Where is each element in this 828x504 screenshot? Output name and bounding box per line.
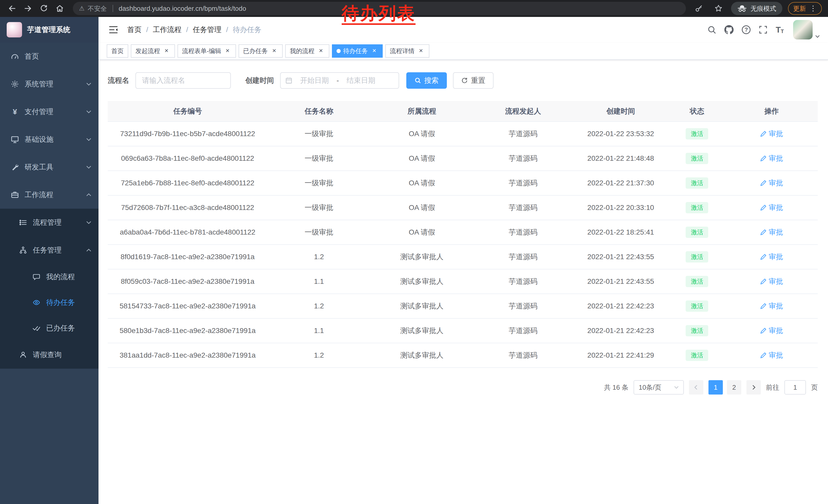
process-name-input[interactable]: [135, 72, 231, 89]
audit-link[interactable]: 审批: [760, 227, 783, 237]
cell-action: 审批: [726, 122, 818, 146]
audit-link[interactable]: 审批: [760, 351, 783, 360]
cell-initiator: 芋道源码: [473, 269, 573, 294]
col-task-name: 任务名称: [267, 101, 370, 122]
audit-link-label: 审批: [769, 178, 783, 188]
tab-close-icon[interactable]: ×: [271, 47, 278, 55]
tab-label: 发起流程: [135, 47, 160, 55]
audit-link[interactable]: 审批: [760, 153, 783, 163]
page-size-select[interactable]: 10条/页: [633, 380, 684, 395]
sidebar-item-process-mgmt[interactable]: 流程管理: [0, 209, 98, 236]
sidebar-item-leave-query[interactable]: 请假查询: [0, 341, 98, 369]
breadcrumb-item[interactable]: 任务管理: [193, 25, 233, 35]
audit-link[interactable]: 审批: [760, 301, 783, 311]
audit-link[interactable]: 审批: [760, 252, 783, 262]
start-date-input[interactable]: [294, 76, 334, 85]
table-row: 069c6a63-7b8a-11ec-8ef0-acde48001122一级审批…: [108, 146, 818, 171]
tab-item[interactable]: 我的流程×: [285, 44, 329, 58]
reset-button[interactable]: 重置: [453, 72, 494, 89]
breadcrumb-item[interactable]: 工作流程: [153, 25, 193, 35]
tab-item[interactable]: 首页: [107, 44, 128, 58]
sidebar-item-task-mgmt[interactable]: 任务管理: [0, 236, 98, 264]
cell-action: 审批: [726, 195, 818, 220]
search-button-label: 搜索: [424, 76, 439, 85]
audit-link[interactable]: 审批: [760, 277, 783, 286]
sidebar-item-todo-tasks[interactable]: 待办任务: [0, 290, 98, 315]
tab-item[interactable]: 待办任务×: [332, 44, 383, 58]
cell-process: 测试多审批人: [370, 318, 473, 343]
cell-initiator: 芋道源码: [473, 294, 573, 318]
audit-link[interactable]: 审批: [760, 129, 783, 139]
cell-created-time: 2022-01-21 22:42:23: [573, 294, 669, 318]
logo-avatar: [7, 22, 22, 37]
cell-action: 审批: [726, 269, 818, 294]
prev-page-button[interactable]: [689, 380, 703, 395]
tab-item[interactable]: 已办任务×: [239, 44, 283, 58]
star-icon[interactable]: [711, 2, 726, 15]
audit-link[interactable]: 审批: [760, 203, 783, 213]
goto-page-input[interactable]: [784, 380, 806, 395]
tab-item[interactable]: 流程表单-编辑×: [177, 44, 236, 58]
key-icon[interactable]: [692, 2, 706, 15]
audit-link[interactable]: 审批: [760, 178, 783, 188]
sidebar-item-my-process[interactable]: 我的流程: [0, 264, 98, 290]
tab-item[interactable]: 发起流程×: [131, 44, 175, 58]
cell-created-time: 2022-01-22 21:37:30: [573, 171, 669, 195]
tab-close-icon[interactable]: ×: [224, 47, 232, 55]
page-number-button[interactable]: 2: [727, 380, 741, 395]
sidebar-item-home[interactable]: 首页: [0, 43, 98, 70]
breadcrumb: 首页工作流程任务管理待办任务: [127, 25, 261, 35]
cell-task-id: 73211d9d-7b9b-11ec-b5b7-acde48001122: [108, 122, 267, 146]
table-row: 75d72608-7b7f-11ec-a3c8-acde48001122一级审批…: [108, 195, 818, 220]
tab-close-icon[interactable]: ×: [163, 47, 170, 55]
audit-link[interactable]: 审批: [760, 326, 783, 335]
kebab-menu-icon[interactable]: ⋮: [810, 5, 817, 12]
update-button[interactable]: 更新 ⋮: [788, 2, 822, 15]
goto-label: 前往: [766, 383, 779, 392]
next-page-button[interactable]: [746, 380, 761, 395]
breadcrumb-item[interactable]: 首页: [127, 25, 153, 35]
back-icon[interactable]: [5, 2, 19, 15]
reset-button-label: 重置: [471, 76, 485, 85]
tab-close-icon[interactable]: ×: [417, 47, 425, 55]
cell-action: 审批: [726, 343, 818, 368]
user-menu[interactable]: [793, 20, 820, 40]
cell-process: 测试多审批人: [370, 269, 473, 294]
chevron-down-icon: [674, 386, 679, 389]
date-range-picker[interactable]: -: [280, 72, 399, 89]
tab-close-icon[interactable]: ×: [370, 47, 378, 55]
sidebar-item-system[interactable]: 系统管理: [0, 70, 98, 98]
question-icon[interactable]: ?: [742, 26, 750, 34]
cell-initiator: 芋道源码: [473, 122, 573, 146]
briefcase-icon: [10, 191, 19, 199]
app-logo[interactable]: 芋道管理系统: [0, 17, 98, 43]
sidebar-item-payment[interactable]: ¥ 支付管理: [0, 98, 98, 126]
sidebar-fold-button[interactable]: [107, 24, 120, 36]
incognito-icon: [737, 5, 747, 12]
sidebar-item-done-tasks[interactable]: 已办任务: [0, 315, 98, 341]
yen-icon: ¥: [10, 108, 19, 116]
security-label[interactable]: 不安全: [88, 4, 107, 13]
home-icon[interactable]: [53, 2, 67, 15]
sidebar-item-infrastructure[interactable]: 基础设施: [0, 126, 98, 153]
avatar[interactable]: [793, 20, 813, 40]
cell-status: 激活: [669, 294, 726, 318]
sidebar-item-devtools[interactable]: 研发工具: [0, 153, 98, 181]
cell-task-id: 069c6a63-7b8a-11ec-8ef0-acde48001122: [108, 146, 267, 171]
forward-icon[interactable]: [21, 2, 35, 15]
tab-item[interactable]: 流程详情×: [385, 44, 429, 58]
font-size-icon[interactable]: TT: [776, 26, 784, 34]
tab-close-icon[interactable]: ×: [317, 47, 325, 55]
tab-label: 我的流程: [290, 47, 315, 55]
sidebar-item-workflow[interactable]: 工作流程: [0, 181, 98, 209]
end-date-input[interactable]: [341, 76, 381, 85]
github-icon[interactable]: [724, 25, 734, 34]
status-badge: 激活: [686, 325, 708, 336]
page-number-button[interactable]: 1: [708, 380, 723, 395]
search-icon[interactable]: [707, 26, 716, 34]
refresh-icon[interactable]: [37, 2, 51, 15]
page-unit-label: 页: [811, 383, 818, 392]
search-button[interactable]: 搜索: [406, 72, 447, 89]
fullscreen-icon[interactable]: [759, 26, 768, 34]
user-icon: [18, 351, 28, 359]
